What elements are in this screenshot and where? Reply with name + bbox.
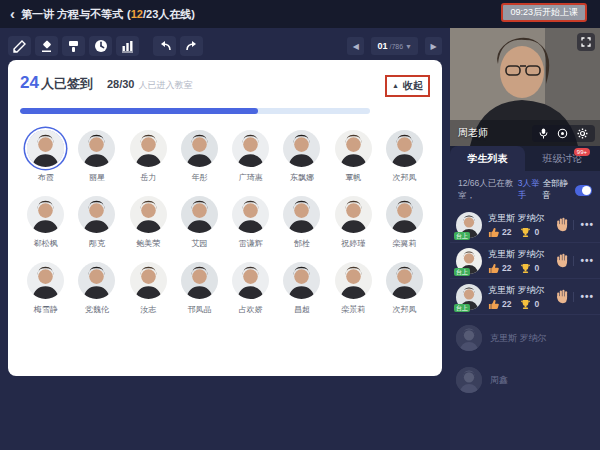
grid-student[interactable]: 东飘娜: [276, 130, 327, 183]
trophy-count: 0: [534, 227, 539, 237]
grid-student[interactable]: 汝志: [123, 262, 174, 315]
video-controls: [532, 125, 595, 142]
student-name: 克里斯 罗纳尔: [488, 284, 556, 297]
grid-student[interactable]: 栾景莉: [328, 262, 379, 315]
signed-count: 24: [20, 73, 39, 93]
signed-label: 人已签到: [41, 75, 93, 93]
grid-student[interactable]: 邗凤晶: [174, 262, 225, 315]
raised-hand-icon: [556, 253, 569, 268]
teacher-video: 周老师: [450, 28, 600, 146]
trophy-icon: [520, 299, 531, 310]
more-options-button[interactable]: •••: [573, 256, 594, 266]
signin-grid: 布霞丽星岳力年彤广琦惠东飘娜覃帆次邦凤郗松枫邴克鲍美荣艾园雷谦辉郜栓祝婷瑾栾翼莉…: [20, 130, 430, 315]
student-name: 广琦惠: [239, 172, 263, 183]
main-area: ◀ 01/786▼ ▶ 24 人已签到 28/30 人已进入教室 ▲ 收起 布霞…: [0, 28, 450, 450]
triangle-up-icon: ▲: [392, 82, 399, 89]
student-avatar: [78, 196, 115, 233]
online-count: (12/23人在线): [127, 7, 195, 22]
grid-student[interactable]: 次邦凤: [379, 262, 430, 315]
student-name: 鲍美荣: [136, 238, 160, 249]
microphone-icon[interactable]: [539, 128, 548, 139]
student-row[interactable]: 台上克里斯 罗纳尔220•••: [450, 279, 600, 315]
trophy-count: 0: [534, 263, 539, 273]
grid-student[interactable]: 次邦凤: [379, 130, 430, 183]
whiteboard-toolbar: ◀ 01/786▼ ▶: [0, 28, 450, 58]
student-avatar: [232, 130, 269, 167]
stats-tool-button[interactable]: [116, 36, 139, 56]
grid-student[interactable]: 党魏伦: [71, 262, 122, 315]
undo-button[interactable]: [153, 36, 176, 56]
student-name: 汝志: [140, 304, 156, 315]
grid-student[interactable]: 广琦惠: [225, 130, 276, 183]
grid-student[interactable]: 郗松枫: [20, 196, 71, 249]
back-icon[interactable]: ‹: [10, 5, 15, 22]
student-row[interactable]: 台上克里斯 罗纳尔220•••: [450, 207, 600, 243]
lesson-title: 第一讲 方程与不等式: [21, 7, 123, 22]
student-name: 次邦凤: [392, 172, 416, 183]
pen-tool-button[interactable]: [8, 36, 31, 56]
grid-student[interactable]: 布霞: [20, 130, 71, 183]
student-avatar: [130, 130, 167, 167]
student-row-offline[interactable]: 周鑫: [450, 357, 600, 399]
tab-class-discussion[interactable]: 班级讨论 99+: [525, 146, 600, 171]
grid-student[interactable]: 丽星: [71, 130, 122, 183]
eraser-tool-button[interactable]: [35, 36, 58, 56]
grid-student[interactable]: 雷谦辉: [225, 196, 276, 249]
redo-button[interactable]: [180, 36, 203, 56]
grid-student[interactable]: 占欢娇: [225, 262, 276, 315]
grid-student[interactable]: 岳力: [123, 130, 174, 183]
hands-raised-text: 3人举手: [518, 178, 543, 202]
student-avatar: [335, 196, 372, 233]
student-stats: 220: [488, 299, 556, 310]
timer-tool-button[interactable]: [89, 36, 112, 56]
grid-student[interactable]: 昌超: [276, 262, 327, 315]
student-row[interactable]: 台上克里斯 罗纳尔220•••: [450, 243, 600, 279]
grid-student[interactable]: 祝婷瑾: [328, 196, 379, 249]
thumbs-up-icon: [488, 263, 499, 274]
student-avatar: [78, 130, 115, 167]
student-row-offline[interactable]: 克里斯 罗纳尔: [450, 315, 600, 357]
brush-tool-button[interactable]: [62, 36, 85, 56]
page-selector[interactable]: 01/786▼: [371, 37, 418, 55]
next-page-button[interactable]: ▶: [425, 37, 442, 55]
student-name: 郗松枫: [34, 238, 58, 249]
grid-student[interactable]: 覃帆: [328, 130, 379, 183]
signin-progress-bar: [20, 108, 370, 114]
grid-student[interactable]: 梅雪静: [20, 262, 71, 315]
online-count-number: 12: [131, 8, 143, 20]
student-avatar: [27, 196, 64, 233]
more-options-button[interactable]: •••: [573, 292, 594, 302]
on-stage-badge: 台上: [454, 268, 470, 276]
student-name: 祝婷瑾: [341, 238, 365, 249]
gear-icon[interactable]: [577, 128, 588, 139]
room-status-text: 12/66人已在教室，: [458, 178, 518, 202]
grid-student[interactable]: 栾翼莉: [379, 196, 430, 249]
student-name: 东飘娜: [290, 172, 314, 183]
on-stage-badge: 台上: [454, 304, 470, 312]
trophy-count: 0: [534, 299, 539, 309]
student-list: 台上克里斯 罗纳尔220•••台上克里斯 罗纳尔220•••台上克里斯 罗纳尔2…: [450, 207, 600, 399]
entered-count: 28/30: [107, 78, 135, 90]
grid-student[interactable]: 鲍美荣: [123, 196, 174, 249]
student-avatar: [386, 196, 423, 233]
trophy-icon: [520, 263, 531, 274]
student-avatar: [27, 130, 64, 167]
student-avatar: [181, 262, 218, 299]
room-status-row: 12/66人已在教室， 3人举手 全部静音: [450, 171, 600, 207]
student-name: 邗凤晶: [187, 304, 211, 315]
grid-student[interactable]: 郜栓: [276, 196, 327, 249]
grid-student[interactable]: 邴克: [71, 196, 122, 249]
mute-all-toggle[interactable]: [575, 185, 592, 196]
more-options-button[interactable]: •••: [573, 220, 594, 230]
student-avatar: [335, 262, 372, 299]
class-start-countdown[interactable]: 09:23后开始上课: [501, 3, 587, 22]
expand-icon[interactable]: [577, 33, 595, 51]
tab-student-list[interactable]: 学生列表: [450, 146, 525, 171]
page-current: 01: [377, 41, 387, 51]
camera-switch-icon[interactable]: [557, 128, 568, 139]
grid-student[interactable]: 艾园: [174, 196, 225, 249]
grid-student[interactable]: 年彤: [174, 130, 225, 183]
collapse-button[interactable]: ▲ 收起: [385, 75, 430, 97]
sidebar: 周老师 学生列表 班级讨论 99+ 12/66人已在教室， 3人举手 全部静音 …: [450, 28, 600, 450]
prev-page-button[interactable]: ◀: [347, 37, 364, 55]
